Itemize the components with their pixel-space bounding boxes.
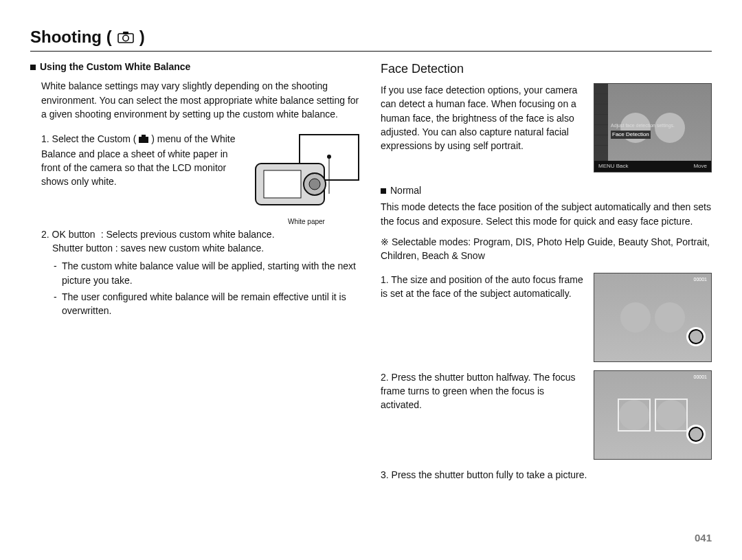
fd-step2-text: Press the shutter button halfway. The fo… (381, 372, 576, 411)
fd-step3: 3. Press the shutter button fully to tak… (381, 468, 712, 482)
step1-row: 1. Select the Custom ( ) menu of the Whi… (41, 132, 361, 227)
modes-label: ※ Selectable modes: (381, 236, 471, 247)
title-suffix: ) (139, 27, 145, 47)
columns: Using the Custom White Balance White bal… (30, 60, 712, 482)
title-text: Shooting ( (30, 27, 112, 47)
left-intro: White balance settings may vary slightly… (41, 79, 361, 121)
fd-step1: 1. The size and position of the auto foc… (381, 273, 585, 301)
fd-step2: 2. Press the shutter button halfway. The… (381, 370, 585, 412)
step1-a: Select the Custom ( (52, 133, 137, 144)
svg-rect-1 (123, 32, 128, 34)
step1-text: 1. Select the Custom ( ) menu of the Whi… (41, 132, 243, 188)
camera-icon (117, 31, 134, 43)
page-title: Shooting ( ) (30, 27, 712, 52)
normal-label: Normal (390, 185, 421, 196)
lcd-option: Face Detection (611, 131, 651, 139)
right-column: Face Detection If you use face detection… (381, 60, 712, 482)
shutter-line: Shutter button : saves new custom white … (52, 241, 361, 255)
fd-step3-text: Press the shutter button fully to take a… (392, 469, 587, 480)
step2-text: 2. OK button : Selects previous custom w… (41, 227, 361, 241)
svg-point-2 (122, 35, 128, 41)
mode-ring-icon (686, 327, 706, 346)
camera-lcd-focuslock: 00001 (594, 370, 712, 460)
lcd-move: Move (693, 162, 707, 170)
step2-lead: OK button (52, 229, 95, 240)
custom-wb-icon (139, 133, 148, 146)
step2-desc: : Selects previous custom white balance. (101, 227, 275, 241)
figure-caption: White paper (288, 217, 325, 227)
left-notes: The custom white balance value will be a… (52, 259, 361, 317)
fd-intro: If you use face detection options, your … (381, 83, 585, 153)
note-2: The user configured white balance will b… (62, 290, 361, 318)
svg-point-11 (327, 155, 331, 159)
fd-step1-row: 1. The size and position of the auto foc… (381, 273, 712, 370)
normal-desc: This mode detects the face position of t… (381, 200, 712, 228)
camera-lcd-menu: Adjust face detection settings. Face Det… (594, 83, 712, 172)
bullet-square-icon (381, 188, 386, 194)
note-1: The custom white balance value will be a… (62, 259, 361, 287)
focus-frame-icon (618, 399, 651, 432)
camera-lcd-autofocus: 00001 (594, 273, 712, 362)
left-subhead: Using the Custom White Balance (30, 60, 361, 74)
manual-page: Shooting ( ) Using the Custom White Bala… (0, 0, 742, 560)
fd-intro-row: If you use face detection options, your … (381, 83, 712, 181)
mode-ring-icon (686, 425, 706, 444)
svg-point-9 (309, 179, 320, 190)
fd-step2-row: 2. Press the shutter button halfway. The… (381, 370, 712, 468)
fd-step1-text: The size and position of the auto focus … (381, 274, 583, 299)
face-detection-heading: Face Detection (381, 60, 712, 78)
lcd-hint: Adjust face detection settings. (611, 122, 675, 129)
selectable-modes: ※ Selectable modes: Program, DIS, Photo … (381, 235, 712, 263)
camera-paper-icon (251, 132, 361, 214)
white-paper-figure: White paper (251, 132, 361, 227)
svg-rect-7 (264, 170, 301, 198)
left-column: Using the Custom White Balance White bal… (30, 60, 361, 482)
page-number: 041 (695, 532, 712, 544)
left-subhead-text: Using the Custom White Balance (40, 61, 190, 72)
lcd-back: MENU Back (598, 162, 629, 170)
normal-subhead: Normal (381, 183, 712, 197)
svg-rect-3 (139, 137, 148, 143)
focus-frame-icon (655, 399, 688, 432)
svg-rect-4 (142, 135, 146, 137)
bullet-square-icon (30, 65, 36, 70)
